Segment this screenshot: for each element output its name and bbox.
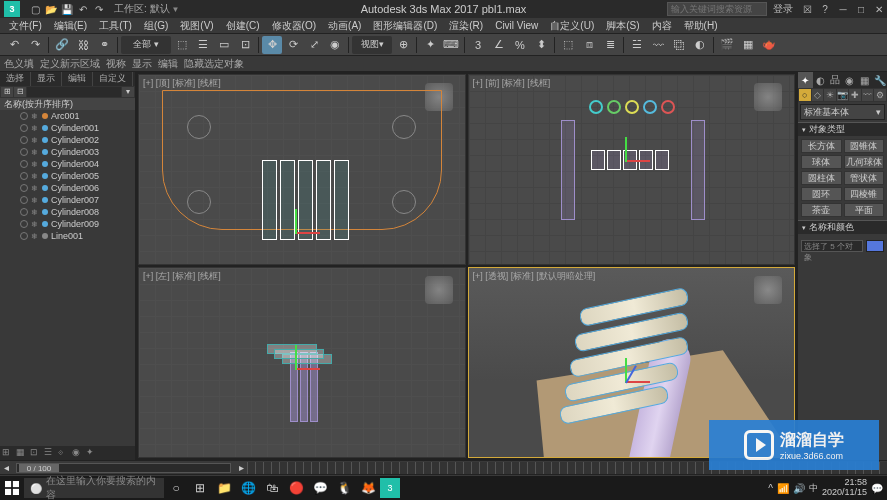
spinner-snap-button[interactable]: ⬍ xyxy=(531,36,551,54)
select-move-button[interactable]: ✥ xyxy=(262,36,282,54)
move-gizmo[interactable] xyxy=(625,132,655,162)
refcoord-dropdown[interactable]: 视图▾ xyxy=(352,36,392,54)
taskview-icon[interactable]: ⊞ xyxy=(188,476,212,500)
scene-item[interactable]: ❄ Cylinder006 xyxy=(0,182,135,194)
ribbon-item[interactable]: 编辑 xyxy=(158,57,178,71)
menu-file[interactable]: 文件(F) xyxy=(4,19,47,33)
cameras-tab[interactable]: 📷 xyxy=(837,89,849,101)
filter-icon[interactable]: ▾ xyxy=(122,87,134,97)
select-object-button[interactable]: ⬚ xyxy=(172,36,192,54)
viewcube[interactable] xyxy=(754,276,782,304)
modify-tab[interactable]: ◐ xyxy=(813,72,828,88)
viewcube[interactable] xyxy=(425,276,453,304)
helpers-tab[interactable]: ✚ xyxy=(849,89,861,101)
percent-snap-button[interactable]: % xyxy=(510,36,530,54)
tab-select[interactable]: 选择 xyxy=(0,72,31,86)
scene-tree[interactable]: ❄ Arc001 ❄ Cylinder001 ❄ Cylinder002 ❄ C… xyxy=(0,110,135,278)
viewport-left[interactable]: [+] [左] [标准] [线框] xyxy=(138,267,466,458)
freeze-icon[interactable]: ❄ xyxy=(31,208,39,217)
minimize-button[interactable]: ─ xyxy=(835,2,851,16)
store-icon[interactable]: 🛍 xyxy=(260,476,284,500)
help-icon[interactable]: ? xyxy=(817,2,833,16)
category-dropdown[interactable]: 标准基本体▾ xyxy=(800,104,885,120)
visibility-icon[interactable] xyxy=(20,208,28,216)
wechat-icon[interactable]: 💬 xyxy=(308,476,332,500)
object-name-field[interactable]: 选择了 5 个对象 xyxy=(801,240,863,252)
ribbon-item[interactable]: 定义新示区域 xyxy=(40,57,100,71)
display-tab[interactable]: ▦ xyxy=(857,72,872,88)
spacewarps-tab[interactable]: 〰 xyxy=(862,89,874,101)
window-crossing-button[interactable]: ⊡ xyxy=(235,36,255,54)
mirror-button[interactable]: ⧈ xyxy=(579,36,599,54)
ribbon-item[interactable]: 显示 xyxy=(132,57,152,71)
viewport-label[interactable]: [+] [左] [标准] [线框] xyxy=(143,270,221,283)
ribbon-item[interactable]: 色义填 xyxy=(4,57,34,71)
move-gizmo[interactable] xyxy=(295,204,325,234)
freeze-icon[interactable]: ❄ xyxy=(31,172,39,181)
viewport-label[interactable]: [+] [前] [标准] [线框] xyxy=(473,77,551,90)
visibility-icon[interactable] xyxy=(20,112,28,120)
collapse-icon[interactable]: ⊟ xyxy=(14,87,26,97)
bind-button[interactable]: ⚭ xyxy=(94,36,114,54)
cylinder-button[interactable]: 圆柱体 xyxy=(801,171,842,185)
tool-icon[interactable]: ☰ xyxy=(44,447,56,459)
maximize-button[interactable]: □ xyxy=(853,2,869,16)
scene-item[interactable]: ❄ Line001 xyxy=(0,230,135,242)
tool-icon[interactable]: ▦ xyxy=(16,447,28,459)
ribbon-item[interactable]: 隐藏选定对象 xyxy=(184,57,244,71)
freeze-icon[interactable]: ❄ xyxy=(31,220,39,229)
clock[interactable]: 21:58 2020/11/15 xyxy=(822,478,867,498)
redo-button[interactable]: ↷ xyxy=(25,36,45,54)
select-scale-button[interactable]: ⤢ xyxy=(304,36,324,54)
undo-icon[interactable]: ↶ xyxy=(76,2,90,16)
undo-button[interactable]: ↶ xyxy=(4,36,24,54)
ribbon-item[interactable]: 视称 xyxy=(106,57,126,71)
chrome-icon[interactable]: 🔴 xyxy=(284,476,308,500)
chevron-down-icon[interactable]: ▼ xyxy=(172,5,180,14)
create-tab[interactable]: ✦ xyxy=(798,72,813,88)
visibility-icon[interactable] xyxy=(20,160,28,168)
shapes-tab[interactable]: ◇ xyxy=(812,89,824,101)
explorer-icon[interactable]: 📁 xyxy=(212,476,236,500)
scene-item[interactable]: ❄ Cylinder008 xyxy=(0,206,135,218)
angle-snap-button[interactable]: ∠ xyxy=(489,36,509,54)
snap-toggle-button[interactable]: 3 xyxy=(468,36,488,54)
schematic-button[interactable]: ⿻ xyxy=(669,36,689,54)
unlink-button[interactable]: ⛓ xyxy=(73,36,93,54)
scene-item[interactable]: ❄ Cylinder009 xyxy=(0,218,135,230)
freeze-icon[interactable]: ❄ xyxy=(31,196,39,205)
pyramid-button[interactable]: 四棱锥 xyxy=(844,187,885,201)
search-input[interactable] xyxy=(667,2,767,16)
menu-scripting[interactable]: 脚本(S) xyxy=(601,19,644,33)
select-name-button[interactable]: ☰ xyxy=(193,36,213,54)
freeze-icon[interactable]: ❄ xyxy=(31,124,39,133)
menu-group[interactable]: 组(G) xyxy=(139,19,173,33)
scene-header[interactable]: 名称(按升序排序) xyxy=(0,98,135,110)
editsel-button[interactable]: ⬚ xyxy=(558,36,578,54)
select-place-button[interactable]: ◉ xyxy=(325,36,345,54)
material-editor-button[interactable]: ◐ xyxy=(690,36,710,54)
next-key-icon[interactable]: ▸ xyxy=(235,462,247,473)
move-gizmo[interactable] xyxy=(295,340,325,370)
firefox-icon[interactable]: 🦊 xyxy=(356,476,380,500)
visibility-icon[interactable] xyxy=(20,124,28,132)
teapot-button[interactable]: 茶壶 xyxy=(801,203,842,217)
curve-editor-button[interactable]: 〰 xyxy=(648,36,668,54)
qq-icon[interactable]: 🐧 xyxy=(332,476,356,500)
tray-up-icon[interactable]: ^ xyxy=(768,483,773,494)
link-button[interactable]: 🔗 xyxy=(52,36,72,54)
new-icon[interactable]: ▢ xyxy=(28,2,42,16)
scene-search[interactable] xyxy=(27,87,121,97)
menu-civilview[interactable]: Civil View xyxy=(490,20,543,31)
freeze-icon[interactable]: ❄ xyxy=(31,184,39,193)
layers-button[interactable]: ☱ xyxy=(627,36,647,54)
menu-help[interactable]: 帮助(H) xyxy=(679,19,723,33)
hierarchy-tab[interactable]: 品 xyxy=(828,72,843,88)
visibility-icon[interactable] xyxy=(20,136,28,144)
visibility-icon[interactable] xyxy=(20,196,28,204)
prev-key-icon[interactable]: ◂ xyxy=(0,462,12,473)
move-gizmo[interactable] xyxy=(625,353,655,383)
save-icon[interactable]: 💾 xyxy=(60,2,74,16)
cone-button[interactable]: 圆锥体 xyxy=(844,139,885,153)
manipulate-button[interactable]: ✦ xyxy=(420,36,440,54)
